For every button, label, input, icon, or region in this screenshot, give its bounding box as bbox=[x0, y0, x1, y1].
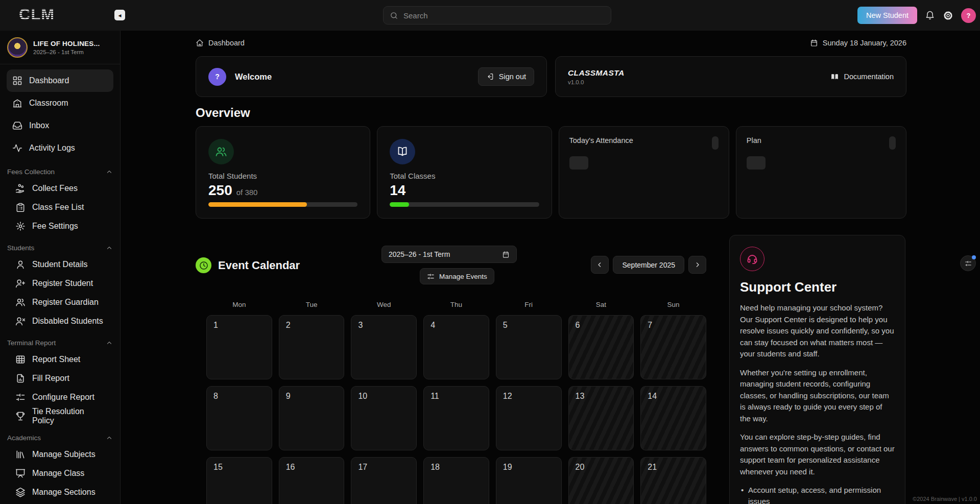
sidebar-item-label: Fill Report bbox=[32, 374, 69, 383]
sidebar-item-register-guardian[interactable]: Register Guardian bbox=[10, 293, 113, 311]
manage-events-button[interactable]: Manage Events bbox=[420, 268, 494, 284]
chevron-up-icon bbox=[106, 435, 113, 442]
calendar-day-number: 20 bbox=[576, 463, 585, 471]
plan-card: Plan bbox=[736, 126, 906, 219]
weekday-label: Wed bbox=[351, 301, 417, 308]
calendar-day-cell[interactable]: 5 bbox=[496, 315, 562, 379]
manage-events-label: Manage Events bbox=[439, 273, 487, 280]
sidebar-item-label: Manage Subjects bbox=[32, 450, 95, 459]
stat-label: Total Students bbox=[208, 172, 357, 180]
calendar-day-cell[interactable]: 21 bbox=[640, 457, 706, 504]
sign-out-icon bbox=[486, 73, 494, 81]
calendar-day-cell[interactable]: 18 bbox=[423, 457, 489, 504]
sidebar-item-activity-logs[interactable]: Activity Logs bbox=[7, 137, 113, 159]
user-icon bbox=[15, 259, 26, 270]
sign-out-button[interactable]: Sign out bbox=[478, 67, 534, 86]
calendar-day-number: 15 bbox=[213, 463, 223, 471]
sidebar-item-configure-report[interactable]: Configure Report bbox=[10, 388, 113, 406]
calendar-day-cell[interactable]: 17 bbox=[351, 457, 417, 504]
notifications-button[interactable] bbox=[925, 10, 935, 20]
overview-heading: Overview bbox=[196, 106, 906, 120]
calendar-day-cell[interactable]: 20 bbox=[568, 457, 634, 504]
support-paragraph: Whether you're setting up enrollment, ma… bbox=[740, 367, 895, 425]
sidebar-item-dashboard[interactable]: Dashboard bbox=[7, 69, 113, 92]
calendar-day-number: 21 bbox=[648, 463, 657, 471]
sidebar-item-register-student[interactable]: Register Student bbox=[10, 274, 113, 293]
sidebar-item-fill-report[interactable]: Fill Report bbox=[10, 369, 113, 388]
sidebar-item-disabled-students[interactable]: Disbabled Students bbox=[10, 311, 113, 330]
chevron-up-icon bbox=[106, 340, 113, 347]
sidebar-item-label: Tie Resolution Policy bbox=[32, 407, 108, 425]
sidebar-item-manage-sections[interactable]: Manage Sections bbox=[10, 483, 113, 501]
settings-button[interactable] bbox=[943, 10, 953, 21]
current-month-button[interactable]: September 2025 bbox=[613, 256, 684, 274]
sidebar: LIFE OF HOLINES... 2025–26 - 1st Term Da… bbox=[0, 31, 121, 504]
calendar-day-cell[interactable]: 11 bbox=[423, 386, 489, 450]
copyright-text: ©2024 Brainwave | v1.0.0 bbox=[913, 496, 977, 502]
calendar-day-cell[interactable]: 3 bbox=[351, 315, 417, 379]
sidebar-item-collect-fees[interactable]: Collect Fees bbox=[10, 179, 113, 198]
sidebar-item-manage-subjects[interactable]: Manage Subjects bbox=[10, 445, 113, 464]
section-header-fees-collection[interactable]: Fees Collection bbox=[7, 168, 113, 176]
calendar-day-cell[interactable]: 16 bbox=[279, 457, 345, 504]
sidebar-collapse-button[interactable]: ◂ bbox=[114, 10, 125, 20]
section-header-students[interactable]: Students bbox=[7, 244, 113, 252]
sidebar-item-manage-class[interactable]: Manage Class bbox=[10, 464, 113, 483]
calendar-day-cell[interactable]: 9 bbox=[279, 386, 345, 450]
skeleton-placeholder bbox=[889, 136, 896, 150]
calendar-day-cell[interactable]: 15 bbox=[206, 457, 272, 504]
sidebar-item-tie-resolution-policy[interactable]: Tie Resolution Policy bbox=[10, 406, 113, 425]
calendar-day-cell[interactable]: 19 bbox=[496, 457, 562, 504]
sidebar-item-classroom[interactable]: Classroom bbox=[7, 92, 113, 114]
calendar-day-cell[interactable]: 4 bbox=[423, 315, 489, 379]
prev-month-button[interactable] bbox=[591, 256, 609, 274]
welcome-title: Welcome bbox=[235, 72, 272, 82]
calendar-day-cell[interactable]: 8 bbox=[206, 386, 272, 450]
calendar-day-number: 6 bbox=[576, 321, 580, 329]
clock-icon bbox=[199, 260, 209, 271]
search-input[interactable] bbox=[403, 11, 605, 20]
calendar-day-cell[interactable]: 10 bbox=[351, 386, 417, 450]
calendar-day-cell[interactable]: 12 bbox=[496, 386, 562, 450]
breadcrumb[interactable]: Dashboard bbox=[196, 39, 245, 47]
sidebar-item-class-fee-list[interactable]: Class Fee List bbox=[10, 198, 113, 217]
calendar-day-cell[interactable]: 2 bbox=[279, 315, 345, 379]
notification-dot bbox=[972, 255, 976, 259]
sidebar-item-label: Inbox bbox=[29, 121, 49, 130]
book-icon bbox=[830, 73, 839, 81]
calendar-day-cell[interactable]: 6 bbox=[568, 315, 634, 379]
user-avatar[interactable]: ? bbox=[961, 8, 976, 23]
new-student-button[interactable]: New Student bbox=[857, 7, 917, 24]
calendar-day-cell[interactable]: 13 bbox=[568, 386, 634, 450]
sidebar-item-inbox[interactable]: Inbox bbox=[7, 114, 113, 137]
sidebar-item-label: Report Sheet bbox=[32, 355, 80, 364]
sidebar-item-report-sheet[interactable]: Report Sheet bbox=[10, 350, 113, 369]
panel-collapse-icon: ◂ bbox=[118, 12, 121, 19]
calendar-day-cell[interactable]: 14 bbox=[640, 386, 706, 450]
total-students-card: Total Students 250 of 380 bbox=[196, 126, 370, 219]
term-select-value: 2025–26 - 1st Term bbox=[389, 250, 450, 258]
sidebar-item-fee-settings[interactable]: Fee Settings bbox=[10, 217, 113, 235]
sidebar-item-label: Configure Report bbox=[32, 393, 94, 402]
documentation-link[interactable]: Documentation bbox=[830, 73, 894, 81]
school-header[interactable]: LIFE OF HOLINES... 2025–26 - 1st Term bbox=[0, 31, 120, 64]
support-paragraph: You can explore step-by-step guides, fin… bbox=[740, 431, 895, 477]
sidebar-item-student-details[interactable]: Student Details bbox=[10, 255, 113, 274]
calendar-day-cell[interactable]: 1 bbox=[206, 315, 272, 379]
section-header-terminal-report[interactable]: Terminal Report bbox=[7, 339, 113, 347]
search-bar[interactable] bbox=[383, 6, 611, 25]
quick-settings-floating-button[interactable] bbox=[960, 255, 976, 271]
attendance-label: Today's Attendance bbox=[569, 136, 633, 145]
search-icon bbox=[390, 11, 398, 20]
section-header-academics[interactable]: Academics bbox=[7, 434, 113, 442]
book-open-icon bbox=[396, 146, 409, 158]
support-center-panel: Support Center Need help managing your s… bbox=[729, 235, 905, 504]
app-version-card: CLASSMASTA v1.0.0 Documentation bbox=[555, 56, 906, 97]
term-select-dropdown[interactable]: 2025–26 - 1st Term bbox=[381, 246, 517, 263]
calendar-day-number: 7 bbox=[648, 321, 652, 329]
trophy-icon bbox=[15, 411, 26, 421]
next-month-button[interactable] bbox=[688, 256, 706, 274]
documentation-label: Documentation bbox=[844, 73, 894, 81]
sidebar-item-label: Fee Settings bbox=[32, 222, 78, 231]
calendar-day-cell[interactable]: 7 bbox=[640, 315, 706, 379]
